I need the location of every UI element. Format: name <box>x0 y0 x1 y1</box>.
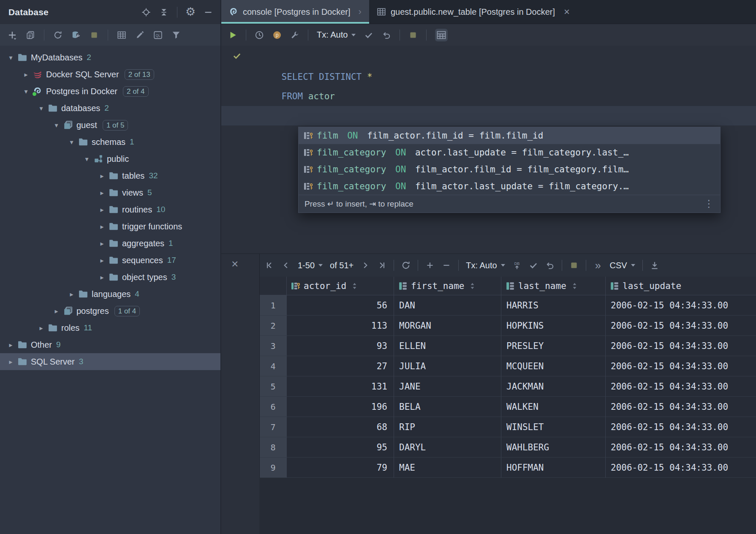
cell-actor-id[interactable]: 27 <box>287 356 394 376</box>
first-page-icon[interactable] <box>265 261 274 270</box>
reload-icon[interactable] <box>401 261 411 270</box>
filter-icon[interactable] <box>171 30 181 40</box>
tree-item-sequences[interactable]: ▸ sequences 17 <box>0 252 220 269</box>
row-number[interactable]: 8 <box>260 437 287 458</box>
cell-first-name[interactable]: BELA <box>394 397 501 417</box>
code-line-3[interactable]: JOIN film_actor ON actor.actor_id = film… <box>221 87 756 106</box>
cell-actor-id[interactable]: 113 <box>287 316 394 336</box>
cell-last-update[interactable]: 2006-02-15 04:34:33.00 <box>606 356 756 376</box>
run-icon[interactable] <box>228 30 237 40</box>
kebab-menu-icon[interactable]: ⋮ <box>704 198 714 210</box>
stop-icon[interactable] <box>90 30 99 40</box>
completion-item-film-category[interactable]: film_category ON film_actor.film_id = fi… <box>299 161 720 178</box>
cell-first-name[interactable]: MORGAN <box>394 316 501 336</box>
cell-last-name[interactable]: HOPKINS <box>501 316 606 336</box>
column-header-last-update[interactable]: last_update <box>606 277 756 295</box>
cell-actor-id[interactable]: 79 <box>287 458 394 478</box>
collapsed-arrow-icon[interactable]: ▸ <box>53 307 60 315</box>
data-source-properties-icon[interactable] <box>71 30 81 40</box>
tree-item-postgres[interactable]: ▸ postgres 1 of 4 <box>0 302 220 319</box>
cell-last-name[interactable]: MCQUEEN <box>501 356 606 376</box>
column-header-actor-id[interactable]: actor_id <box>287 277 394 295</box>
policy-icon[interactable]: p <box>272 30 282 40</box>
collapsed-arrow-icon[interactable]: ▸ <box>99 256 105 264</box>
expanded-arrow-icon[interactable]: ▾ <box>53 121 60 129</box>
table-icon[interactable] <box>117 30 126 40</box>
rollback-icon[interactable] <box>382 30 391 40</box>
collapsed-arrow-icon[interactable]: ▸ <box>8 358 14 366</box>
cell-last-update[interactable]: 2006-02-15 04:34:33.00 <box>606 458 756 478</box>
tree-item-docker-sql-server[interactable]: ▸ Docker SQL Server 2 of 13 <box>0 66 220 83</box>
tree-item-aggregates[interactable]: ▸ aggregates 1 <box>0 235 220 252</box>
sort-icon[interactable] <box>572 282 577 290</box>
sort-icon[interactable] <box>470 282 475 290</box>
tree-item-schemas[interactable]: ▾ schemas 1 <box>0 134 220 150</box>
expanded-arrow-icon[interactable]: ▾ <box>8 54 14 62</box>
collapsed-arrow-icon[interactable]: ▸ <box>68 290 75 298</box>
column-header-last-name[interactable]: last_name <box>501 277 606 295</box>
cell-last-name[interactable]: WAHLBERG <box>501 437 606 458</box>
tree-item-mydatabases[interactable]: ▾ MyDatabases 2 <box>0 49 220 66</box>
stop-icon[interactable] <box>408 30 418 40</box>
close-results-icon[interactable]: × <box>231 258 238 270</box>
collapsed-arrow-icon[interactable]: ▸ <box>99 223 105 231</box>
hide-icon[interactable] <box>204 8 213 17</box>
cell-last-update[interactable]: 2006-02-15 04:34:33.00 <box>606 417 756 437</box>
history-icon[interactable] <box>255 30 264 40</box>
settings-icon[interactable]: ⚙ <box>186 8 195 17</box>
collapsed-arrow-icon[interactable]: ▸ <box>99 189 105 197</box>
tree-item-routines[interactable]: ▸ routines 10 <box>0 201 220 218</box>
completion-item-film-category[interactable]: film_category ON actor.last_update = fil… <box>299 144 720 161</box>
tree-item-object-types[interactable]: ▸ object types 3 <box>0 269 220 286</box>
tree-item-public[interactable]: ▾ public <box>0 150 220 167</box>
tree-item-postgres-in-docker[interactable]: ▾ Postgres in Docker 2 of 4 <box>0 83 220 100</box>
sql-editor[interactable]: SELECT DISTINCT * FROM actor JOIN film_a… <box>221 46 756 534</box>
tree-item-sql-server[interactable]: ▸ SQL Server 3 <box>0 353 220 370</box>
collapsed-arrow-icon[interactable]: ▸ <box>99 240 105 248</box>
cell-first-name[interactable]: DARYL <box>394 437 501 458</box>
page-range-select[interactable]: 1-50 <box>298 261 323 270</box>
collapsed-arrow-icon[interactable]: ▸ <box>99 206 105 214</box>
cell-last-update[interactable]: 2006-02-15 04:34:33.00 <box>606 437 756 458</box>
cell-actor-id[interactable]: 56 <box>287 295 394 316</box>
expanded-arrow-icon[interactable]: ▾ <box>84 155 90 163</box>
cell-first-name[interactable]: ELLEN <box>394 336 501 356</box>
tree-item-languages[interactable]: ▸ languages 4 <box>0 286 220 302</box>
download-icon[interactable] <box>650 261 659 270</box>
cell-last-name[interactable]: WINSLET <box>501 417 606 437</box>
cell-last-update[interactable]: 2006-02-15 04:34:33.00 <box>606 316 756 336</box>
tx-mode-select[interactable]: Tx: Auto <box>317 30 356 40</box>
collapsed-arrow-icon[interactable]: ▸ <box>23 71 29 79</box>
tab-new-table[interactable]: guest.public.new_table [Postgres in Dock… <box>369 0 577 24</box>
chevrons-icon[interactable]: » <box>593 261 603 270</box>
code-line-1[interactable]: SELECT DISTINCT * <box>221 48 756 67</box>
tree-item-guest[interactable]: ▾ guest 1 of 5 <box>0 117 220 134</box>
export-format-select[interactable]: CSV <box>610 261 635 270</box>
tree-item-roles[interactable]: ▸ roles 11 <box>0 319 220 336</box>
delete-row-icon[interactable] <box>442 261 451 270</box>
row-number[interactable]: 3 <box>260 336 287 356</box>
cell-first-name[interactable]: JULIA <box>394 356 501 376</box>
row-number[interactable]: 2 <box>260 316 287 336</box>
next-page-icon[interactable] <box>361 261 370 270</box>
duplicate-icon[interactable] <box>26 30 35 40</box>
tab-console[interactable]: console [Postgres in Docker] › <box>221 0 369 24</box>
cell-last-name[interactable]: HOFFMAN <box>501 458 606 478</box>
cell-last-update[interactable]: 2006-02-15 04:34:33.00 <box>606 397 756 417</box>
expanded-arrow-icon[interactable]: ▾ <box>68 138 75 146</box>
collapsed-arrow-icon[interactable]: ▸ <box>38 324 44 332</box>
sort-icon[interactable] <box>352 282 357 290</box>
commit-check-icon[interactable] <box>529 261 538 270</box>
commit-check-icon[interactable] <box>364 30 373 40</box>
edit-icon[interactable] <box>135 30 144 40</box>
cell-actor-id[interactable]: 68 <box>287 417 394 437</box>
cell-last-update[interactable]: 2006-02-15 04:34:33.00 <box>606 376 756 397</box>
cell-first-name[interactable]: DAN <box>394 295 501 316</box>
expanded-arrow-icon[interactable]: ▾ <box>38 104 44 112</box>
row-number[interactable]: 4 <box>260 356 287 376</box>
tree-item-tables[interactable]: ▸ tables 32 <box>0 167 220 184</box>
refresh-icon[interactable] <box>53 30 63 40</box>
code-line-2[interactable]: FROM actor <box>221 67 756 87</box>
row-number[interactable]: 5 <box>260 376 287 397</box>
cell-actor-id[interactable]: 196 <box>287 397 394 417</box>
